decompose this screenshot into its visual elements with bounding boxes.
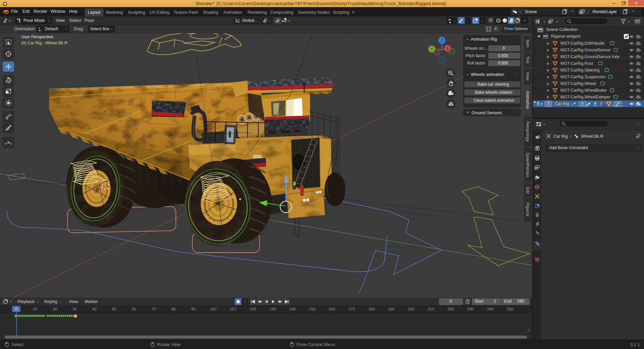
svg-text:55: 55 xyxy=(619,104,622,107)
svg-text:Z: Z xyxy=(441,38,443,42)
svg-text:+99: +99 xyxy=(609,104,613,107)
svg-text:5: 5 xyxy=(602,104,604,107)
svg-text:Y: Y xyxy=(430,47,433,51)
